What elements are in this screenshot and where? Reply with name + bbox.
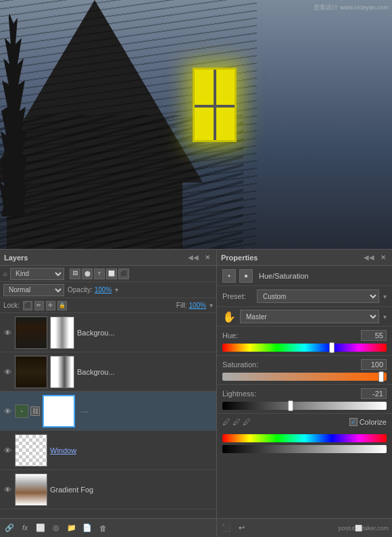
properties-panel-title: Properties: [221, 254, 258, 262]
props-vector-icon[interactable]: ●: [239, 269, 253, 283]
layer-visibility-icon[interactable]: 👁: [3, 485, 12, 494]
layer-thumbnail: [15, 434, 47, 467]
layers-list: 👁 Backgrou... 👁 Backgrou...: [0, 313, 216, 518]
adjustment-icon[interactable]: ◎: [50, 522, 62, 534]
channel-select[interactable]: Master: [240, 310, 379, 323]
lightness-label: Lightness:: [222, 390, 256, 398]
layers-toolbar: 🔗 fx ⬜ ◎ 📁 📄 🗑: [0, 518, 216, 537]
eyedropper-remove-icon[interactable]: 🖊: [243, 417, 251, 427]
hue-sat-title: Hue/Saturation: [259, 272, 387, 280]
hue-track[interactable]: [222, 344, 387, 352]
colorize-checkbox[interactable]: ✓ Colorize: [349, 418, 387, 426]
layer-mask-thumbnail: [50, 356, 74, 388]
props-mask-icon[interactable]: ▪: [222, 269, 236, 283]
filter-label: ⌕: [3, 270, 7, 277]
filter-shape-icon[interactable]: ⬜: [106, 268, 117, 279]
props-icons-row: ▪ ● Hue/Saturation: [217, 266, 392, 286]
saturation-value-input[interactable]: 100: [361, 359, 387, 370]
layer-white-mask: [43, 395, 75, 427]
layer-chain-icon[interactable]: ⛓: [30, 406, 40, 416]
eyedropper-icon[interactable]: 🖊: [222, 417, 230, 427]
layers-panel: Layers ◀◀ ✕ ⌕ Kind 🖼 ⬤ T ⬜ ⬛ Normal: [0, 249, 216, 537]
opacity-row: Opacity: 100% ▾: [68, 286, 118, 294]
fill-value[interactable]: 100%: [189, 302, 206, 309]
props-footer-text: postut⬜taker.com: [338, 525, 389, 532]
filter-type-select[interactable]: Kind: [10, 268, 64, 280]
fx-icon[interactable]: fx: [19, 522, 31, 534]
link-icon[interactable]: 🔗: [3, 522, 16, 534]
mask-icon[interactable]: ⬜: [34, 522, 47, 534]
lock-brush-icon[interactable]: ✏: [34, 301, 44, 310]
saturation-slider-header: Saturation: 100: [222, 359, 387, 370]
hue-value-input[interactable]: 55: [361, 330, 387, 341]
layer-visibility-icon[interactable]: 👁: [3, 406, 12, 416]
layers-close-btn[interactable]: ✕: [203, 253, 212, 262]
preset-select[interactable]: Custom: [257, 289, 379, 303]
filter-pixel-icon[interactable]: 🖼: [70, 268, 80, 279]
lock-label: Lock:: [3, 302, 20, 309]
colorize-row: 🖊 🖊 🖊 ✓ Colorize: [217, 414, 392, 430]
props-collapse-btn[interactable]: ◀◀: [362, 253, 376, 262]
saturation-thumb[interactable]: [378, 371, 384, 382]
hand-tool-icon[interactable]: ✋: [222, 310, 236, 323]
layer-thumbnail: [15, 473, 47, 506]
colorize-check[interactable]: ✓: [349, 418, 358, 426]
layer-options-icon[interactable]: ···: [80, 406, 89, 417]
lightness-track[interactable]: [222, 402, 387, 410]
blend-mode-select[interactable]: Normal: [3, 284, 64, 296]
grey-bar: [222, 445, 387, 453]
layer-item[interactable]: 👁 Backgrou...: [0, 352, 216, 392]
layers-collapse-btn[interactable]: ◀◀: [186, 253, 201, 262]
lightness-slider-row: Lightness: -21: [217, 385, 392, 414]
properties-panel: Properties ◀◀ ✕ ▪ ● Hue/Saturation Prese…: [216, 249, 392, 537]
properties-panel-header: Properties ◀◀ ✕: [217, 250, 392, 266]
lock-move-icon[interactable]: ✛: [46, 301, 55, 310]
layer-name: Gradient Fog: [50, 486, 214, 494]
hue-thumb[interactable]: [329, 342, 335, 353]
hue-sat-layer-item[interactable]: 👁 ▪ ⛓ ···: [0, 392, 216, 431]
layer-visibility-icon[interactable]: 👁: [3, 328, 12, 337]
filter-text-icon[interactable]: T: [94, 268, 105, 279]
hue-slider-header: Hue: 55: [222, 330, 387, 341]
filter-smart-icon[interactable]: ⬛: [118, 268, 129, 279]
layers-lock-row: Lock: ⬛ ✏ ✛ 🔒 Fill: 100% ▾: [0, 298, 216, 313]
layer-visibility-icon[interactable]: 👁: [3, 446, 12, 455]
canvas-image: 思客设计 www.niceyan.com: [0, 0, 392, 250]
folder-icon[interactable]: 📁: [66, 522, 78, 534]
hue-slider-row: Hue: 55: [217, 327, 392, 356]
layer-item[interactable]: 👁 Gradient Fog: [0, 470, 216, 509]
window-glow: [193, 68, 237, 142]
rainbow-bar: [222, 434, 387, 442]
layers-panel-header: Layers ◀◀ ✕: [0, 250, 216, 266]
delete-icon[interactable]: 🗑: [97, 522, 109, 534]
layer-visibility-icon[interactable]: 👁: [3, 367, 12, 377]
layer-item[interactable]: 👁 Backgrou...: [0, 313, 216, 352]
hand-row: ✋ Master ▾: [217, 307, 392, 327]
lightness-slider-header: Lightness: -21: [222, 388, 387, 399]
lock-checker-icon[interactable]: ⬛: [23, 301, 32, 310]
lock-lock-icon[interactable]: 🔒: [57, 301, 67, 310]
hue-label: Hue:: [222, 331, 238, 340]
saturation-track[interactable]: [222, 373, 387, 381]
layer-name: Backgrou...: [77, 368, 214, 376]
layer-item[interactable]: 👁 Window: [0, 431, 216, 470]
saturation-slider-row: Saturation: 100: [217, 356, 392, 385]
layers-blend-row: Normal Opacity: 100% ▾: [0, 282, 216, 298]
layer-mask-thumbnail: [50, 317, 74, 349]
preset-row: Preset: Custom ▾: [217, 286, 392, 307]
lightness-thumb[interactable]: [288, 400, 293, 411]
layer-thumbnail: [15, 317, 47, 349]
lightness-value-input[interactable]: -21: [361, 388, 387, 399]
filter-icons: 🖼 ⬤ T ⬜ ⬛: [70, 268, 129, 279]
filter-adjust-icon[interactable]: ⬤: [82, 268, 93, 279]
eyedropper-add-icon[interactable]: 🖊: [232, 417, 241, 427]
props-close-btn[interactable]: ✕: [378, 253, 388, 262]
opacity-value[interactable]: 100%: [95, 286, 112, 294]
adjust-layer-icon: ▪: [15, 404, 28, 418]
saturation-label: Saturation:: [222, 360, 258, 369]
preset-label: Preset:: [222, 292, 253, 300]
opacity-label: Opacity:: [68, 286, 93, 294]
props-settings-icon[interactable]: ⬛: [220, 522, 232, 534]
props-rotate-icon[interactable]: ↩: [235, 522, 247, 534]
new-layer-icon[interactable]: 📄: [81, 522, 93, 534]
